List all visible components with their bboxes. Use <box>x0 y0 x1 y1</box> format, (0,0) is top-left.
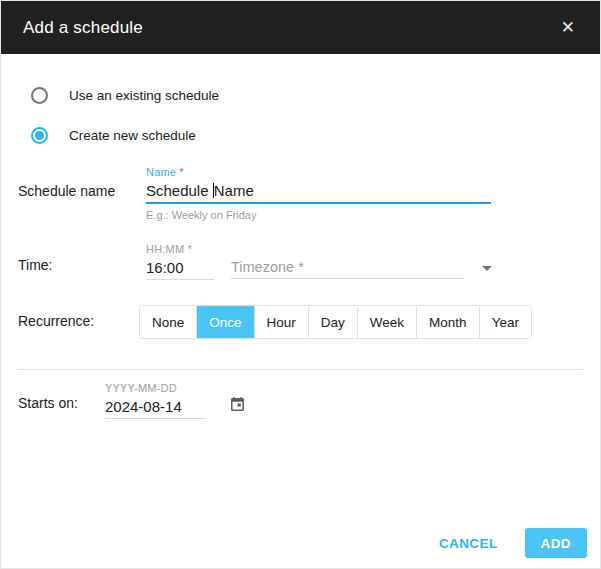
schedule-name-field[interactable]: Name * Schedule Name E.g.: Weekly on Fri… <box>146 166 491 221</box>
radio-option-create-new-schedule[interactable]: Create new schedule <box>31 127 600 144</box>
timezone-placeholder[interactable]: Timezone * <box>231 256 463 278</box>
radio-option-existing-schedule[interactable]: Use an existing schedule <box>31 87 600 104</box>
input-underline-focused <box>146 202 491 204</box>
recurrence-option-day[interactable]: Day <box>309 306 358 338</box>
recurrence-button-group: None Once Hour Day Week Month Year <box>139 305 532 339</box>
radio-selected-icon[interactable] <box>31 127 48 144</box>
required-asterisk: * <box>176 166 184 178</box>
radio-label-create-new[interactable]: Create new schedule <box>69 128 196 143</box>
name-helper-text: E.g.: Weekly on Friday <box>146 209 491 221</box>
schedule-name-row-label: Schedule name <box>18 166 146 221</box>
section-divider <box>18 369 583 370</box>
start-date-input[interactable]: 2024-08-14 <box>105 395 206 418</box>
calendar-icon[interactable] <box>229 396 246 413</box>
recurrence-option-none[interactable]: None <box>140 306 197 338</box>
start-date-field[interactable]: YYYY-MM-DD 2024-08-14 <box>105 382 206 419</box>
date-format-label: YYYY-MM-DD <box>105 382 206 395</box>
time-hhmm-field[interactable]: HH:MM * 16:00 <box>146 243 214 280</box>
starts-on-row: Starts on: YYYY-MM-DD 2024-08-14 <box>18 382 600 419</box>
radio-label-existing[interactable]: Use an existing schedule <box>69 88 219 103</box>
recurrence-option-year[interactable]: Year <box>480 306 531 338</box>
recurrence-option-once[interactable]: Once <box>197 306 254 338</box>
recurrence-row: Recurrence: None Once Hour Day Week Mont… <box>18 305 600 339</box>
time-row-label: Time: <box>18 243 146 280</box>
time-row: Time: HH:MM * 16:00 Timezone * <box>18 243 600 280</box>
timezone-underline <box>231 278 463 279</box>
add-button[interactable]: ADD <box>525 528 587 558</box>
timezone-field[interactable]: Timezone * <box>231 243 463 279</box>
recurrence-row-label: Recurrence: <box>18 305 139 339</box>
schedule-name-row: Schedule name Name * Schedule Name E.g.:… <box>18 166 600 221</box>
recurrence-option-hour[interactable]: Hour <box>255 306 309 338</box>
schedule-name-input[interactable]: Schedule Name <box>146 179 491 202</box>
date-input-underline <box>105 418 206 419</box>
recurrence-option-month[interactable]: Month <box>417 306 480 338</box>
cancel-button[interactable]: CANCEL <box>439 536 498 551</box>
hhmm-field-label: HH:MM * <box>146 243 214 256</box>
radio-unselected-icon[interactable] <box>31 87 48 104</box>
starts-on-row-label: Starts on: <box>18 382 105 419</box>
time-input[interactable]: 16:00 <box>146 256 214 279</box>
dialog-header: Add a schedule ✕ <box>1 1 600 54</box>
time-input-underline <box>146 279 214 280</box>
close-icon[interactable]: ✕ <box>557 15 579 40</box>
dialog-title: Add a schedule <box>23 18 143 38</box>
dialog-footer: CANCEL ADD <box>439 528 587 558</box>
name-field-label: Name * <box>146 166 491 179</box>
timezone-dropdown-arrow-icon[interactable] <box>482 266 492 271</box>
recurrence-option-week[interactable]: Week <box>358 306 417 338</box>
